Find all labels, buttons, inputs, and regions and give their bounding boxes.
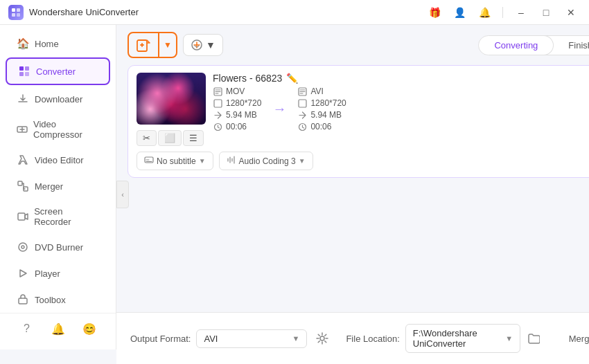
sidebar-item-label: Video Editor — [35, 155, 84, 165]
svg-rect-4 — [19, 66, 24, 71]
subtitle-arrow: ▼ — [199, 157, 206, 165]
user-icon[interactable]: 👤 — [450, 3, 469, 22]
target-duration-item: 00:06 — [297, 122, 346, 131]
svg-rect-0 — [12, 8, 15, 12]
sidebar-item-label: Screen Recorder — [34, 206, 99, 227]
target-size-item: 5.94 MB — [297, 110, 346, 120]
file-thumbnail — [137, 73, 206, 125]
source-format-item: MOV — [213, 87, 261, 96]
titlebar: Wondershare UniConverter 🎁 👤 🔔 – □ ✕ — [0, 0, 589, 25]
bell-icon[interactable]: 🔔 — [475, 3, 494, 22]
target-duration-icon — [297, 122, 307, 131]
sidebar-item-dvd-burner[interactable]: DVD Burner — [6, 235, 110, 260]
output-format-select[interactable]: AVI ▼ — [196, 329, 307, 348]
merge-label: Merge All Files: — [569, 334, 589, 344]
file-card-top: ✂ ⬜ ☰ Flowers - 66823 ✏️ — [137, 73, 589, 146]
settings-row: No subtitle ▼ Audio Coding 3 ▼ — [137, 152, 589, 170]
target-duration: 00:06 — [310, 122, 331, 131]
sidebar-item-label: Toolbox — [35, 295, 66, 305]
window-controls: 🎁 👤 🔔 – □ ✕ — [425, 3, 581, 22]
gift-icon[interactable]: 🎁 — [425, 3, 444, 22]
svg-rect-21 — [299, 100, 306, 107]
collapse-sidebar-button[interactable]: ‹ — [116, 181, 129, 208]
tab-finished[interactable]: Finished — [553, 36, 589, 55]
source-resolution: 1280*720 — [226, 98, 261, 108]
file-location-field: File Location: F:\Wondershare UniConvert… — [346, 324, 540, 353]
sidebar-item-converter[interactable]: Converter — [6, 57, 110, 85]
svg-point-12 — [19, 243, 27, 251]
file-list: ✂ ⬜ ☰ Flowers - 66823 ✏️ — [116, 65, 589, 312]
sidebar-item-video-compressor[interactable]: Video Compressor — [6, 113, 110, 146]
convert-arrow-icon: → — [272, 101, 286, 117]
file-card: ✂ ⬜ ☰ Flowers - 66823 ✏️ — [128, 65, 589, 178]
bottom-bar: Output Format: AVI ▼ File Location: F:\W… — [116, 312, 589, 364]
audio-dropdown[interactable]: Audio Coding 3 ▼ — [219, 152, 313, 170]
sidebar-item-merger[interactable]: Merger — [6, 174, 110, 199]
sidebar-item-label: Merger — [35, 181, 63, 192]
target-resolution-icon — [297, 98, 307, 108]
target-resolution-item: 1280*720 — [297, 98, 346, 108]
size-icon — [213, 110, 222, 120]
thumbnail-section: ✂ ⬜ ☰ — [137, 73, 206, 146]
source-resolution-item: 1280*720 — [213, 98, 261, 108]
sidebar: 🏠 Home Converter — [0, 25, 116, 349]
sidebar-item-downloader[interactable]: Downloader — [6, 87, 110, 111]
target-format-icon — [297, 87, 307, 96]
help-icon[interactable]: ? — [17, 319, 37, 338]
notification-icon[interactable]: 🔔 — [49, 319, 68, 338]
file-name: Flowers - 66823 — [213, 73, 282, 84]
audio-value: Audio Coding 3 — [239, 156, 296, 166]
add-file-button[interactable]: ▼ — [128, 32, 177, 58]
source-duration-item: 00:06 — [213, 122, 261, 131]
sidebar-bottom: ? 🔔 😊 — [0, 313, 116, 344]
sidebar-item-home[interactable]: 🏠 Home — [6, 31, 110, 56]
subtitle-icon — [144, 155, 154, 167]
compressor-icon — [17, 123, 28, 136]
add-url-button[interactable]: ▼ — [183, 34, 223, 56]
sidebar-item-toolbox[interactable]: Toolbox — [6, 287, 110, 312]
file-meta-row: MOV 1280*720 — [213, 87, 589, 131]
maximize-button[interactable]: □ — [536, 3, 556, 22]
add-file-main-icon[interactable] — [129, 33, 159, 57]
output-format-field: Output Format: AVI ▼ — [130, 329, 332, 348]
svg-rect-1 — [17, 8, 20, 12]
add-file-dropdown-arrow[interactable]: ▼ — [159, 36, 176, 54]
thumbnail-tools: ✂ ⬜ ☰ — [137, 130, 206, 146]
svg-rect-6 — [19, 72, 24, 76]
recorder-icon — [17, 210, 28, 223]
sidebar-item-label: Converter — [36, 66, 76, 77]
close-button[interactable]: ✕ — [561, 3, 581, 22]
sidebar-item-label: Video Compressor — [33, 119, 99, 140]
source-format: MOV — [226, 87, 245, 96]
edit-name-icon[interactable]: ✏️ — [286, 73, 298, 84]
audio-icon — [227, 155, 236, 167]
sidebar-item-label: Home — [35, 39, 59, 49]
sidebar-item-label: Downloader — [35, 94, 82, 104]
file-location-select[interactable]: F:\Wondershare UniConverter ▼ — [405, 324, 520, 353]
sidebar-item-screen-recorder[interactable]: Screen Recorder — [6, 200, 110, 233]
file-location-arrow: ▼ — [505, 334, 513, 343]
format-icon — [213, 87, 222, 96]
output-settings-button[interactable] — [313, 329, 332, 348]
output-format-label: Output Format: — [130, 334, 191, 344]
sidebar-footer: ? 🔔 😊 — [0, 313, 116, 344]
sidebar-item-video-editor[interactable]: Video Editor — [6, 147, 110, 172]
copy-tool-button[interactable]: ⬜ — [158, 130, 182, 146]
svg-rect-9 — [18, 181, 22, 185]
svg-rect-11 — [18, 213, 25, 220]
list-tool-button[interactable]: ☰ — [183, 130, 204, 146]
browse-folder-button[interactable] — [526, 329, 541, 348]
minimize-button[interactable]: – — [511, 3, 531, 22]
feedback-icon[interactable]: 😊 — [80, 319, 99, 338]
toolbar: ▼ ▼ Converting Finished ⚡ High Speed Con… — [116, 25, 589, 65]
subtitle-value: No subtitle — [157, 156, 196, 166]
thumbnail-image — [137, 73, 206, 125]
tab-converting[interactable]: Converting — [479, 36, 553, 55]
source-size: 5.94 MB — [226, 110, 257, 120]
cut-tool-button[interactable]: ✂ — [137, 130, 157, 146]
audio-arrow: ▼ — [299, 157, 306, 165]
merge-field: Merge All Files: — [569, 332, 589, 345]
toolbox-icon — [17, 293, 29, 306]
subtitle-dropdown[interactable]: No subtitle ▼ — [137, 152, 213, 170]
sidebar-item-player[interactable]: Player — [6, 261, 110, 286]
